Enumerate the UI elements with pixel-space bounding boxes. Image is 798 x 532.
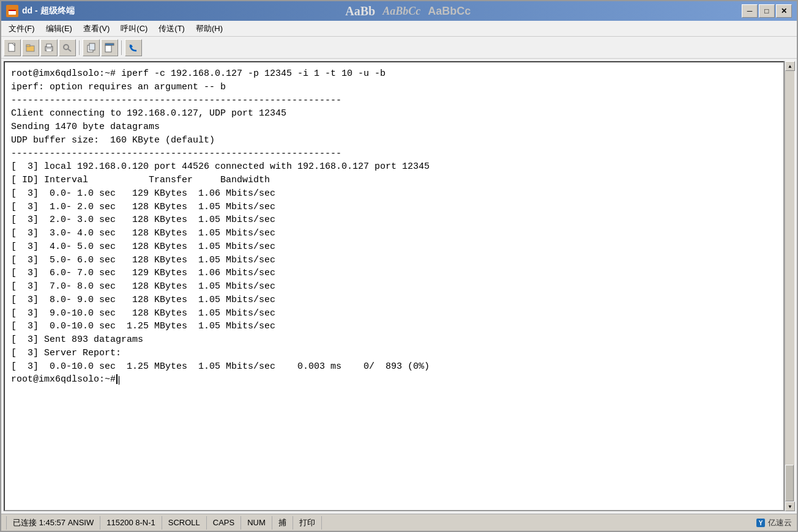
toolbar-separator-2 <box>121 40 122 55</box>
cursor: | <box>116 374 117 384</box>
svg-point-2 <box>9 7 12 9</box>
key-button[interactable] <box>59 39 76 56</box>
scrollbar[interactable]: ▲ ▼ <box>785 61 794 511</box>
svg-rect-1 <box>9 10 16 11</box>
capture-indicator: 捕 <box>272 516 293 530</box>
terminal[interactable]: root@imx6qdlsolo:~# iperf -c 192.168.0.1… <box>4 61 785 511</box>
toolbar <box>1 37 797 59</box>
font-preview: AaBb AaBbCc AaBbCc <box>345 4 471 18</box>
svg-rect-14 <box>105 45 111 52</box>
font-sample-2: AaBbCc <box>382 5 420 18</box>
svg-rect-9 <box>47 49 51 51</box>
titlebar-left: dd - 超级终端 <box>6 5 75 17</box>
svg-rect-6 <box>26 45 30 46</box>
close-button[interactable]: ✕ <box>776 4 792 18</box>
print-indicator: 打印 <box>293 516 322 530</box>
print-button[interactable] <box>40 39 58 56</box>
scroll-up-button[interactable]: ▲ <box>785 61 795 71</box>
svg-point-10 <box>64 45 69 50</box>
watermark: Y 亿速云 <box>756 517 792 528</box>
svg-rect-8 <box>47 44 51 47</box>
scrollbar-thumb[interactable] <box>785 465 794 501</box>
main-window: dd - 超级终端 AaBb AaBbCc AaBbCc ─ □ ✕ 文件(F)… <box>0 0 798 532</box>
menu-transfer[interactable]: 传送(T) <box>154 22 190 35</box>
watermark-icon: Y <box>756 518 766 528</box>
svg-text:Y: Y <box>759 520 763 526</box>
svg-line-11 <box>68 49 71 51</box>
baud-rate: 115200 8-N-1 <box>100 516 162 530</box>
font-sample-3: AaBbCc <box>428 5 471 18</box>
menubar: 文件(F) 编辑(E) 查看(V) 呼叫(C) 传送(T) 帮助(H) <box>1 21 797 37</box>
copy-button-1[interactable] <box>83 39 100 56</box>
menu-file[interactable]: 文件(F) <box>4 22 40 35</box>
menu-help[interactable]: 帮助(H) <box>191 22 228 35</box>
toolbar-separator-1 <box>79 40 80 55</box>
connection-status: 已连接 1:45:57 ANSIW <box>6 516 100 530</box>
menu-view[interactable]: 查看(V) <box>78 22 114 35</box>
minimize-button[interactable]: ─ <box>742 4 758 18</box>
svg-rect-15 <box>105 43 114 45</box>
dial-button[interactable] <box>125 39 142 56</box>
terminal-container: root@imx6qdlsolo:~# iperf -c 192.168.0.1… <box>1 59 797 514</box>
menu-edit[interactable]: 编辑(E) <box>41 22 77 35</box>
menu-call[interactable]: 呼叫(C) <box>116 22 152 35</box>
num-indicator: NUM <box>241 516 272 530</box>
window-title: dd - 超级终端 <box>22 6 75 17</box>
font-sample-1: AaBb <box>345 4 375 18</box>
maximize-button[interactable]: □ <box>759 4 775 18</box>
new-button[interactable] <box>4 39 21 56</box>
scroll-down-button[interactable]: ▼ <box>785 501 795 511</box>
svg-point-3 <box>13 7 15 9</box>
terminal-output: root@imx6qdlsolo:~# iperf -c 192.168.0.1… <box>11 67 777 386</box>
titlebar: dd - 超级终端 AaBb AaBbCc AaBbCc ─ □ ✕ <box>1 1 797 21</box>
app-icon <box>6 5 18 17</box>
copy-button-2[interactable] <box>101 39 118 56</box>
svg-rect-13 <box>89 43 95 50</box>
window-controls: ─ □ ✕ <box>742 4 792 18</box>
scrollbar-track[interactable] <box>785 71 794 501</box>
statusbar: 已连接 1:45:57 ANSIW 115200 8-N-1 SCROLL CA… <box>1 514 797 531</box>
scroll-indicator: SCROLL <box>162 516 207 530</box>
caps-indicator: CAPS <box>207 516 241 530</box>
open-button[interactable] <box>22 39 39 56</box>
